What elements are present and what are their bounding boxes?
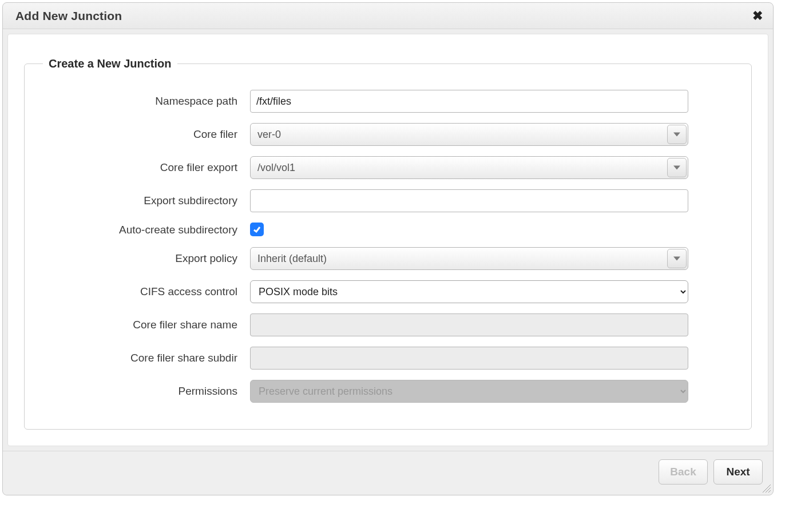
namespace-path-input[interactable] xyxy=(250,90,688,113)
create-junction-fieldset: Create a New Junction Namespace path Cor… xyxy=(24,57,752,430)
close-icon[interactable]: ✖ xyxy=(750,7,765,25)
export-subdir-input[interactable] xyxy=(250,189,688,212)
export-policy-select[interactable]: Inherit (default) xyxy=(250,247,688,270)
chevron-down-icon xyxy=(667,249,687,268)
permissions-select: Preserve current permissions xyxy=(250,380,688,403)
dialog-footer: Back Next xyxy=(3,451,773,495)
svg-marker-1 xyxy=(673,165,680,169)
next-button[interactable]: Next xyxy=(713,459,763,485)
add-new-junction-dialog: Add New Junction ✖ Create a New Junction… xyxy=(2,2,774,495)
chevron-down-icon xyxy=(667,125,687,144)
svg-marker-0 xyxy=(673,132,680,136)
back-button: Back xyxy=(659,459,708,485)
core-filer-export-value: /vol/vol1 xyxy=(257,162,666,174)
export-policy-value: Inherit (default) xyxy=(257,253,666,265)
share-name-label: Core filer share name xyxy=(38,319,250,331)
core-filer-value: ver-0 xyxy=(257,129,666,141)
share-subdir-label: Core filer share subdir xyxy=(38,352,250,364)
svg-marker-2 xyxy=(673,256,680,260)
permissions-label: Permissions xyxy=(38,385,250,398)
dialog-body: Create a New Junction Namespace path Cor… xyxy=(7,34,768,446)
cifs-access-label: CIFS access control xyxy=(38,285,250,298)
namespace-path-label: Namespace path xyxy=(38,95,250,108)
dialog-title: Add New Junction xyxy=(15,9,122,23)
core-filer-select[interactable]: ver-0 xyxy=(250,123,688,146)
core-filer-export-select[interactable]: /vol/vol1 xyxy=(250,156,688,179)
share-name-input xyxy=(250,313,688,336)
export-policy-label: Export policy xyxy=(38,252,250,265)
export-subdir-label: Export subdirectory xyxy=(38,194,250,207)
auto-create-label: Auto-create subdirectory xyxy=(38,224,250,236)
cifs-access-select[interactable]: POSIX mode bits xyxy=(250,280,688,303)
share-subdir-input xyxy=(250,347,688,370)
core-filer-label: Core filer xyxy=(38,128,250,141)
fieldset-legend: Create a New Junction xyxy=(43,57,177,70)
dialog-titlebar: Add New Junction ✖ xyxy=(3,3,773,29)
chevron-down-icon xyxy=(667,158,687,177)
core-filer-export-label: Core filer export xyxy=(38,161,250,174)
auto-create-checkbox[interactable] xyxy=(250,223,264,236)
